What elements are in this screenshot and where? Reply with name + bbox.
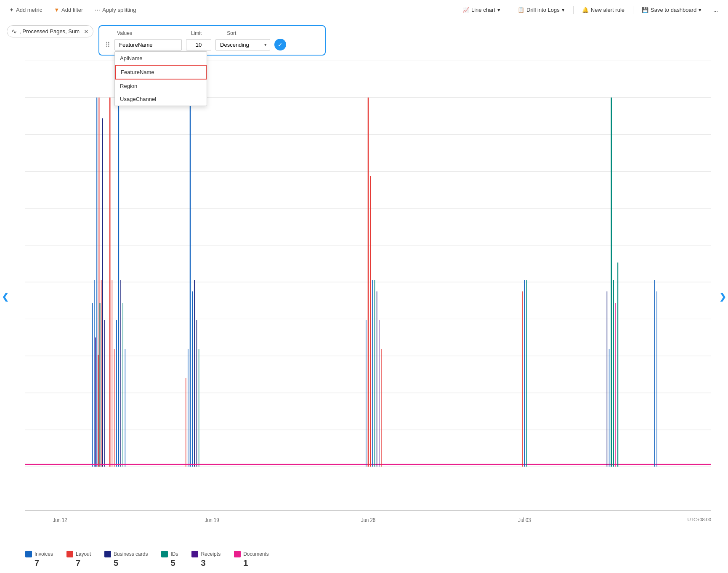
- line-chart-label: Line chart: [471, 7, 495, 13]
- metric-tag-close-button[interactable]: ✕: [84, 28, 89, 35]
- legend-label-layout: Layout: [76, 551, 91, 557]
- alert-icon: 🔔: [582, 7, 589, 13]
- sort-select-wrapper: Descending Ascending ▾: [215, 39, 270, 50]
- chart-svg: 2.20 2 1.80 1.60 1.40 1.20 1 0.80 0.60 0…: [25, 61, 711, 522]
- sort-select[interactable]: Descending Ascending: [215, 39, 270, 50]
- drill-into-logs-label: Drill into Logs: [526, 7, 560, 13]
- legend-count-invoices: 7: [25, 558, 39, 568]
- add-metric-label: Add metric: [16, 7, 42, 13]
- legend-swatch-ids: [161, 551, 168, 557]
- add-filter-button[interactable]: ▼ Add filter: [51, 5, 85, 15]
- add-metric-icon: ✦: [9, 7, 14, 13]
- save-icon: 💾: [642, 7, 648, 13]
- wave-icon: ∿: [11, 27, 17, 35]
- legend-swatch-receipts: [191, 551, 198, 557]
- toolbar-right: 📈 Line chart ▾ 📋 Drill into Logs ▾ 🔔 New…: [459, 5, 721, 15]
- svg-text:Jun 26: Jun 26: [361, 516, 375, 522]
- legend-count-business-cards: 5: [104, 558, 118, 568]
- toolbar-divider-3: [633, 6, 633, 14]
- chart-container: 2.20 2 1.80 1.60 1.40 1.20 1 0.80 0.60 0…: [0, 61, 728, 547]
- splitting-panel-header: Values Limit Sort: [105, 30, 319, 36]
- sort-header-label: Sort: [227, 30, 236, 36]
- chart-area: ∿ , Processed Pages, Sum ✕ Values Limit …: [0, 20, 728, 573]
- drag-handle-icon[interactable]: ⠿: [105, 41, 110, 49]
- dropdown-item-featurename[interactable]: FeatureName: [115, 65, 207, 80]
- legend-swatch-documents: [234, 551, 241, 557]
- legend-item-receipts: Receipts 3: [191, 551, 221, 568]
- metric-tag-label: , Processed Pages, Sum: [19, 28, 80, 34]
- legend-count-receipts: 3: [191, 558, 205, 568]
- legend-color-label-ids: IDs: [161, 551, 178, 557]
- more-options-label: ...: [713, 7, 718, 13]
- legend-item-layout: Layout 7: [66, 551, 91, 568]
- drill-logs-icon: 📋: [518, 7, 524, 13]
- line-chart-button[interactable]: 📈 Line chart ▾: [459, 5, 504, 15]
- legend-item-documents: Documents 1: [234, 551, 269, 568]
- legend-count-layout: 7: [66, 558, 80, 568]
- legend-item-business-cards: Business cards 5: [104, 551, 148, 568]
- legend: Invoices 7 Layout 7 Business cards 5 IDs…: [0, 547, 728, 573]
- confirm-button[interactable]: ✓: [274, 39, 286, 50]
- line-chart-chevron-icon: ▾: [497, 7, 500, 13]
- filter-icon: ▼: [54, 7, 59, 13]
- dropdown-item-apiname[interactable]: ApiName: [115, 52, 207, 65]
- svg-text:Jun 12: Jun 12: [53, 516, 67, 522]
- legend-count-ids: 5: [161, 558, 175, 568]
- new-alert-rule-button[interactable]: 🔔 New alert rule: [579, 5, 628, 15]
- line-chart-icon: 📈: [462, 7, 469, 13]
- legend-count-documents: 1: [234, 558, 248, 568]
- legend-label-documents: Documents: [243, 551, 269, 557]
- dropdown-item-usagechannel[interactable]: UsageChannel: [115, 93, 207, 106]
- values-dropdown-menu: ApiName FeatureName Region UsageChannel: [114, 51, 207, 106]
- legend-label-business-cards: Business cards: [114, 551, 148, 557]
- toolbar: ✦ Add metric ▼ Add filter ⋯ Apply splitt…: [0, 0, 728, 20]
- apply-splitting-button[interactable]: ⋯ Apply splitting: [92, 5, 138, 15]
- legend-label-invoices: Invoices: [35, 551, 53, 557]
- save-chevron-icon: ▾: [699, 7, 701, 13]
- legend-label-ids: IDs: [170, 551, 178, 557]
- more-options-button[interactable]: ...: [710, 5, 721, 15]
- toolbar-divider-1: [509, 6, 509, 14]
- svg-text:Jul 03: Jul 03: [518, 516, 531, 522]
- legend-swatch-invoices: [25, 551, 32, 557]
- add-filter-label: Add filter: [61, 7, 83, 13]
- legend-item-ids: IDs 5: [161, 551, 178, 568]
- toolbar-divider-2: [573, 6, 574, 14]
- dropdown-item-region[interactable]: Region: [115, 80, 207, 93]
- legend-label-receipts: Receipts: [201, 551, 221, 557]
- save-to-dashboard-label: Save to dashboard: [651, 7, 696, 13]
- add-metric-button[interactable]: ✦ Add metric: [7, 5, 45, 15]
- legend-swatch-layout: [66, 551, 73, 557]
- legend-color-label-receipts: Receipts: [191, 551, 221, 557]
- legend-color-label-layout: Layout: [66, 551, 91, 557]
- legend-swatch-business-cards: [104, 551, 111, 557]
- drill-logs-chevron-icon: ▾: [562, 7, 565, 13]
- values-select-wrapper: FeatureName ApiName Region UsageChannel …: [114, 39, 182, 50]
- limit-header-label: Limit: [191, 30, 202, 36]
- save-to-dashboard-button[interactable]: 💾 Save to dashboard ▾: [638, 5, 705, 15]
- timezone-label: UTC+08:00: [687, 517, 711, 522]
- splitting-panel-row: ⠿ FeatureName ApiName Region UsageChanne…: [105, 39, 319, 50]
- legend-color-label-business-cards: Business cards: [104, 551, 148, 557]
- apply-splitting-label: Apply splitting: [102, 7, 136, 13]
- splitting-icon: ⋯: [95, 7, 100, 13]
- svg-text:Jun 19: Jun 19: [205, 516, 219, 522]
- legend-item-invoices: Invoices 7: [25, 551, 53, 568]
- new-alert-rule-label: New alert rule: [591, 7, 624, 13]
- values-select[interactable]: FeatureName ApiName Region UsageChannel: [114, 39, 182, 50]
- metric-tag: ∿ , Processed Pages, Sum ✕: [7, 25, 93, 37]
- values-header-label: Values: [117, 30, 132, 36]
- splitting-panel: Values Limit Sort ⠿ FeatureName ApiName …: [98, 25, 326, 56]
- toolbar-left: ✦ Add metric ▼ Add filter ⋯ Apply splitt…: [7, 5, 452, 15]
- checkmark-icon: ✓: [278, 41, 283, 48]
- limit-input[interactable]: [186, 39, 211, 50]
- legend-color-label-invoices: Invoices: [25, 551, 53, 557]
- drill-into-logs-button[interactable]: 📋 Drill into Logs ▾: [514, 5, 568, 15]
- legend-color-label-documents: Documents: [234, 551, 269, 557]
- controls-bar: ∿ , Processed Pages, Sum ✕ Values Limit …: [0, 20, 728, 61]
